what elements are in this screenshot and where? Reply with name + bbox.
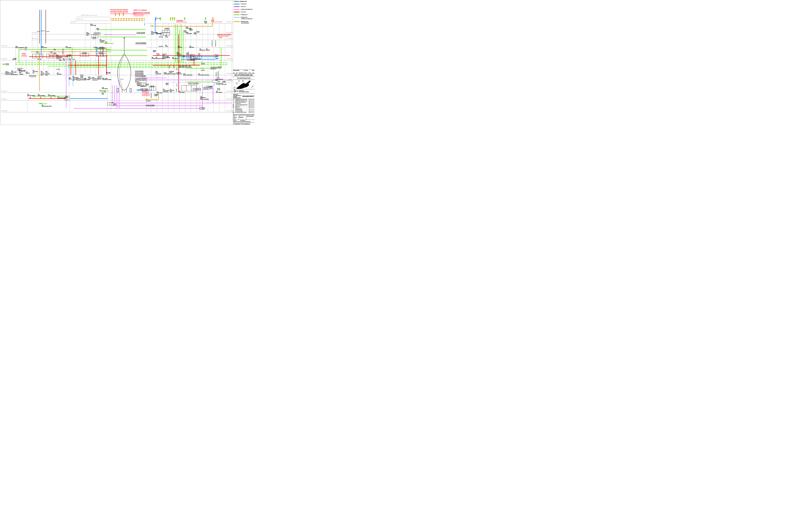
diagram-label: CA1501 xyxy=(67,54,71,56)
diagram-label: FF12 xyxy=(204,21,207,23)
tel-label: Tel xyxy=(249,112,250,113)
diagram-label: 208 INLASTNING xyxy=(216,91,222,93)
diagram-label: TA8 xyxy=(65,96,68,98)
diagram-label: 446a,b KONSERVA- TORSATELJÉ xyxy=(5,71,12,75)
diagram-label: 442 RESTAURANGMATSAL xyxy=(198,73,209,76)
ute-duct xyxy=(96,49,97,57)
diagram-label: 637 FRANZÉN- RUMMET xyxy=(100,39,105,43)
legend-equals: = xyxy=(240,9,241,10)
discipline-code: K xyxy=(233,103,235,104)
legend-item-ater: =ÅTERLUFT CIRKULATIONSLUF xyxy=(234,17,254,20)
plan-level-label: PLAN 4 xyxy=(227,73,233,74)
instruction-title: DU-INSTRUKTION xyxy=(233,77,255,80)
diagram-label: FÖRRÅD LAGER xyxy=(154,94,158,96)
diagram-label: 308 SPR.CENTR xyxy=(102,87,108,89)
diagram-label: FF16 xyxy=(196,31,200,33)
project-row: AB281001 GALÄRVARVET SÖDRA DJURGÅRDEN VA… xyxy=(233,94,255,99)
diagram-label: DYSOR xyxy=(201,70,205,71)
discipline-dot xyxy=(233,107,233,108)
tel-number-redacted xyxy=(250,109,254,110)
plan-level-label: PLAN 3 xyxy=(227,80,233,81)
ute-duct xyxy=(70,98,108,99)
diagram-label: WC STÄD xyxy=(165,45,168,47)
diagram-label: 221 SERVICE- RUM xyxy=(170,89,174,92)
fan-symbol: ▲ xyxy=(25,48,26,51)
content-line: ÖVERSIKTSSCHEMAN xyxy=(233,123,254,125)
diagram-label: AVLUFT xyxy=(46,31,49,32)
consultant-row: EACNL ELTEKNIKTel xyxy=(233,110,255,112)
plan-level-label: PLAN 5 xyxy=(1,58,7,60)
legend-item-brand: =BRANDGAS- EVAKUERING xyxy=(234,21,254,24)
diagram-label: STEK- KÅPA xyxy=(179,66,182,68)
consultant-row: VSWECO ABTel xyxy=(233,106,255,107)
consultant-table: AHIDEMARK MÅNSSON ABTelAMÅNSSON DAHLBÄCK… xyxy=(233,99,255,114)
sign-header: SIGN xyxy=(252,72,254,73)
plan-level-label: PLAN 9 xyxy=(227,21,233,23)
legend-equals: = xyxy=(240,3,241,5)
diagram-label: 225 FASTIGHETS- VERKSTAD xyxy=(163,89,170,92)
roof-smoke-hatch xyxy=(116,18,118,21)
diagram-label: 455 LEKTIONS- SAL xyxy=(33,70,38,73)
ritad-label: RITAD/KONSTR AV xyxy=(239,115,246,116)
plan-level-label: PLAN 1 xyxy=(1,98,7,100)
diagram-label: FA01-BF1 FA02-BF1 FA03-BF1 xyxy=(110,9,128,11)
legend-equals: = xyxy=(240,17,241,18)
roof-smoke-hatch xyxy=(121,18,124,21)
building-footprint xyxy=(236,81,250,89)
consultant-name: ACNL ELTEKNIK xyxy=(235,111,249,112)
legend: FÖRKLARINGAR =UTELUFT=AVLUFT=CIRKULATION… xyxy=(234,1,254,25)
diagram-label: PASSAGE GODS- MOTTAGNING xyxy=(169,71,176,74)
diagram-label: ⋈ xyxy=(12,59,14,60)
diagram-label: 496d TEKNIK- RUM xyxy=(88,76,92,80)
till-duct xyxy=(98,55,99,75)
diagram-label: TA4/FF4 xyxy=(164,28,170,30)
diagram-label: BRANDGASLUCKOR xyxy=(133,12,150,14)
diagram-label: AVFUKTNING CA02-LAF1 xyxy=(203,87,210,90)
diagram-label: ⋈ xyxy=(38,59,39,60)
diagram-label: ⋈ xyxy=(14,59,16,60)
diagram-label: 153 RESERVKRAFTRUM xyxy=(42,104,52,107)
cirk-duct xyxy=(112,103,232,103)
diagram-label: FA04-BF01 xyxy=(176,20,183,22)
bet-header: BET xyxy=(233,72,235,73)
diagram-label: TF41 xyxy=(156,53,159,55)
diagram-label: DYSOR xyxy=(201,63,205,65)
diagram-label: ↓↓↓↓↓↓ xyxy=(200,68,204,69)
grid-ref-5: 5 xyxy=(239,81,240,81)
diagram-label: CA1 xyxy=(196,83,199,84)
diagram-label: 629 PENTRY xyxy=(178,46,182,48)
status-title: RELATIONSHANDLING xyxy=(233,74,255,77)
fran-duct xyxy=(97,29,146,30)
org-name: STATENS FASTIGHETSVERK xyxy=(238,90,249,93)
diagram-label: BRANDGASEVAK. TILL YTTERFASAD OVANFÖR DO… xyxy=(142,92,150,96)
tel-label: Tel xyxy=(249,102,250,103)
diagram-label: 9 st BRANDGASLUCKOR xyxy=(133,15,144,16)
diagram-label: ⋈ xyxy=(70,59,71,60)
till-duct xyxy=(169,65,169,68)
diagram-label: FF17 xyxy=(166,83,169,85)
cirk-duct xyxy=(112,106,202,106)
diagram-label: DISK- KÅPA 1 xyxy=(185,66,189,68)
diagram-label: KONTOR xyxy=(159,37,163,38)
diagram-label: UTELUFT xyxy=(214,54,218,55)
roof-smoke-hatch xyxy=(134,18,137,21)
diagram-label: 546a FLÄKTRUM xyxy=(41,46,47,48)
ritad-value: BR/MH xyxy=(239,116,246,118)
diagram-label: TA3 xyxy=(36,51,38,53)
consultant-name: ZENIT ARKITEKTER AB xyxy=(235,102,249,103)
diagram-label: 629 MATRUM xyxy=(189,46,194,48)
diagram-label: 452 TILLF. UTSTÄLL- NING xyxy=(41,71,45,75)
legend-label: UTELUFT xyxy=(241,3,247,5)
roof-smoke-hatch xyxy=(126,18,129,21)
air-handling-unit xyxy=(97,48,107,52)
tel-label: Tel xyxy=(249,107,250,108)
diagram-label: BRANDGASEVAKUERING xyxy=(212,22,222,23)
tel-number-redacted xyxy=(250,111,254,111)
structure-line xyxy=(32,34,32,75)
drawing-content-title: ÖVERSIKTSSCHEMANSTAMSCHEMALUFTBEHANDLING xyxy=(233,123,255,125)
diagram-label: CA1:2 xyxy=(188,83,192,84)
roof-smoke-hatch xyxy=(142,18,145,21)
diagram-label: KOMPRIMATOR- RUM xyxy=(215,79,223,81)
tel-number-redacted xyxy=(250,112,254,113)
diagram-label: 529 SNICKERI- VERKSTAD xyxy=(190,57,195,61)
